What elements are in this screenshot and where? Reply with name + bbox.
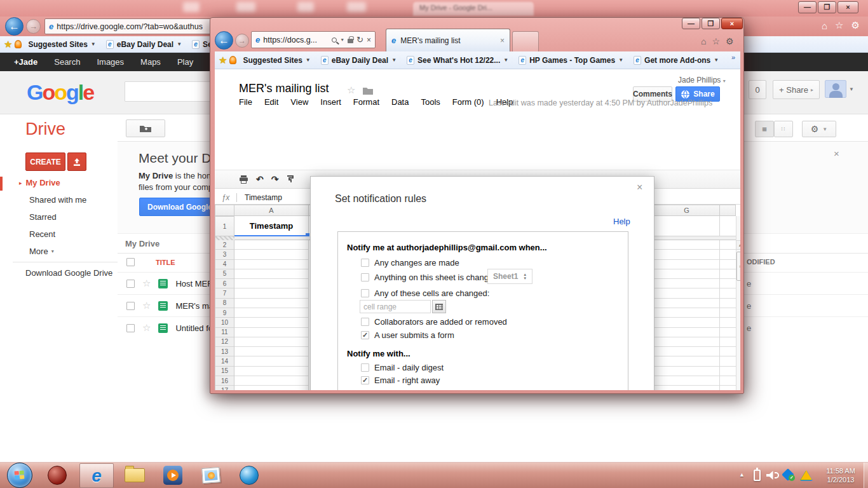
option-right-away[interactable]: ✓ Email - right away: [361, 376, 440, 385]
taskbar-media-player-icon[interactable]: [160, 463, 186, 488]
checkbox[interactable]: [361, 363, 369, 372]
tab-close-icon[interactable]: ×: [500, 36, 505, 45]
upload-button[interactable]: [67, 152, 86, 171]
option-daily-digest[interactable]: Email - daily digest: [361, 363, 444, 372]
google-bar-play[interactable]: Play: [177, 57, 193, 67]
google-drive-tray-icon[interactable]: [801, 470, 812, 480]
bg-home-icon[interactable]: ⌂: [822, 20, 827, 31]
google-bar-plus-jade[interactable]: +Jade: [14, 57, 37, 67]
fg-browser-tab[interactable]: e MER's mailing list ×: [386, 29, 510, 51]
row-checkbox[interactable]: [126, 302, 135, 310]
column-header-partial[interactable]: [720, 205, 736, 216]
sidebar-item-recent[interactable]: Recent: [29, 229, 55, 239]
fg-settings-icon[interactable]: ⚙: [726, 36, 734, 46]
user-menu[interactable]: Jade Phillips ▾: [678, 76, 726, 85]
sidebar-item-more[interactable]: More▾: [29, 247, 54, 256]
option-any-changes[interactable]: Any changes are made: [361, 258, 459, 268]
taskbar-explorer-icon[interactable]: [122, 463, 147, 488]
fg-favorite-hp-games[interactable]: eHP Games - Top Games▼: [515, 55, 627, 66]
bg-back-button[interactable]: ←: [5, 17, 24, 36]
fg-back-button[interactable]: ←: [215, 31, 233, 50]
sidebar-item-starred[interactable]: Starred: [29, 212, 57, 222]
sheet-select[interactable]: Sheet1 ▲▼: [487, 269, 532, 284]
corner-header[interactable]: [215, 205, 234, 216]
fg-favorite-addons[interactable]: eGet more Add-ons▼: [630, 55, 722, 66]
paint-format-icon[interactable]: [286, 175, 295, 184]
star-icon[interactable]: ☆: [142, 322, 151, 334]
cell-partial[interactable]: [720, 216, 736, 236]
option-cells-changed[interactable]: Any of these cells are changed:: [361, 288, 489, 298]
sidebar-item-my-drive[interactable]: ▸ My Drive: [19, 178, 60, 187]
fg-favorite-ebay[interactable]: eeBay Daily Deal▼: [317, 55, 400, 66]
menu-insert[interactable]: Insert: [320, 97, 341, 107]
star-icon[interactable]: ☆: [142, 300, 151, 311]
row-header[interactable]: 13: [215, 347, 234, 356]
sidebar-item-shared-with-me[interactable]: Shared with me: [29, 195, 86, 205]
redo-icon[interactable]: ↷: [271, 174, 279, 184]
show-desktop-button[interactable]: [864, 463, 868, 488]
start-button[interactable]: [7, 463, 32, 488]
scroll-up-button[interactable]: ▲: [736, 240, 740, 250]
column-header-a[interactable]: A: [234, 205, 309, 216]
menu-form[interactable]: Form (0): [452, 97, 484, 107]
option-collaborators[interactable]: Collaborators are added or removed: [361, 317, 507, 327]
doc-title[interactable]: MER's mailing list: [239, 82, 329, 95]
checkbox-checked[interactable]: ✓: [361, 376, 369, 384]
cell-g1[interactable]: [654, 216, 720, 236]
row-checkbox[interactable]: [126, 280, 135, 288]
google-bar-images[interactable]: Images: [97, 57, 124, 67]
row-header[interactable]: 2: [215, 240, 234, 250]
row-header[interactable]: 5: [215, 269, 234, 279]
row-header[interactable]: 3: [215, 250, 234, 259]
column-a-cells[interactable]: [234, 240, 309, 390]
star-icon[interactable]: ☆: [142, 278, 151, 289]
volume-icon[interactable]: [766, 471, 775, 480]
notifications-badge[interactable]: 0: [749, 80, 766, 99]
dropbox-tray-icon[interactable]: ✓: [783, 470, 792, 479]
menu-format[interactable]: Format: [353, 97, 379, 107]
fg-address-bar[interactable]: e https://docs.g... ▼ ↻ ×: [251, 31, 376, 48]
dialog-close-icon[interactable]: ×: [637, 182, 642, 193]
bg-browser-tab[interactable]: My Drive - Google Dri...: [413, 2, 534, 16]
row-header[interactable]: 8: [215, 299, 234, 308]
row-header[interactable]: 14: [215, 356, 234, 366]
bg-settings-icon[interactable]: ⚙: [851, 20, 860, 31]
grid-view-button[interactable]: ∷: [774, 121, 793, 137]
folder-icon[interactable]: [362, 86, 374, 95]
download-google-drive-link[interactable]: Download Google Drive: [25, 268, 112, 278]
formula-value[interactable]: Timestamp: [237, 193, 282, 202]
file-name[interactable]: Host MER: [175, 279, 213, 288]
url-dropdown-icon[interactable]: ▼: [340, 37, 344, 42]
row-checkbox[interactable]: [126, 324, 135, 332]
checkbox[interactable]: [361, 259, 369, 267]
new-folder-button[interactable]: [126, 119, 165, 137]
menu-data[interactable]: Data: [391, 97, 409, 107]
tray-hidden-icons[interactable]: ▲: [739, 471, 745, 478]
fg-favorites-icon[interactable]: ☆: [712, 36, 720, 46]
option-form-submit[interactable]: ✓ A user submits a form: [361, 330, 454, 340]
column-header-modified[interactable]: ODIFIED: [747, 258, 775, 266]
favorites-overflow-icon[interactable]: »: [731, 53, 735, 61]
cell-range-input[interactable]: [360, 300, 431, 313]
fg-restore-button[interactable]: ❒: [702, 18, 720, 29]
vscroll-thumb[interactable]: ≡: [736, 252, 740, 281]
taskbar-security-app-icon[interactable]: [44, 463, 70, 488]
menu-view[interactable]: View: [290, 97, 308, 107]
battery-icon[interactable]: [754, 470, 761, 481]
stop-icon[interactable]: ×: [367, 36, 371, 44]
row-header-1[interactable]: 1: [215, 216, 234, 236]
google-bar-search[interactable]: Search: [54, 57, 80, 67]
taskbar-ie-active[interactable]: e: [79, 463, 114, 488]
menu-edit[interactable]: Edit: [264, 97, 278, 107]
drive-settings-button[interactable]: ⚙▼: [802, 121, 836, 137]
fg-minimize-button[interactable]: —: [682, 18, 700, 29]
row-header[interactable]: 16: [215, 376, 234, 386]
clock[interactable]: 11:58 AM 1/2/2013: [818, 466, 863, 484]
account-avatar[interactable]: ▼: [825, 80, 854, 98]
bg-favorite-suggested-sites[interactable]: Suggested Sites▼: [24, 39, 99, 50]
select-range-button[interactable]: [432, 300, 446, 313]
fg-home-icon[interactable]: ⌂: [701, 36, 706, 46]
menu-file[interactable]: File: [239, 97, 252, 107]
taskbar-photo-gallery-icon[interactable]: [198, 463, 224, 488]
undo-icon[interactable]: ↶: [256, 174, 264, 184]
